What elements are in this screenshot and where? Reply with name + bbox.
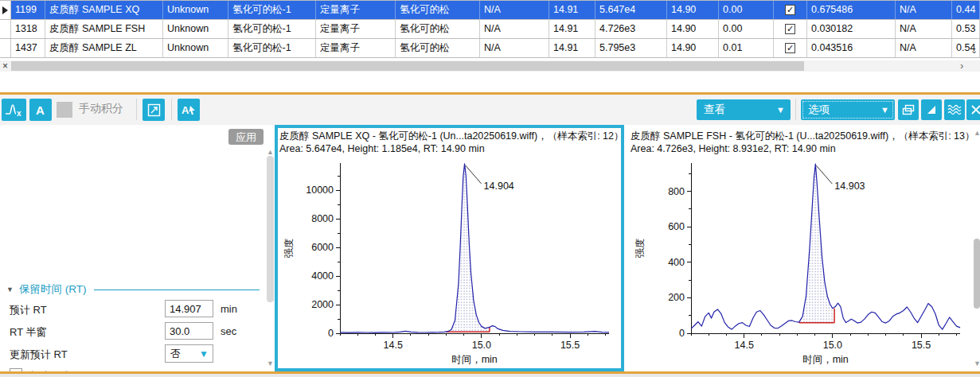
chevron-down-icon: ▼: [880, 99, 889, 120]
manual-integration-indicator: [57, 102, 72, 118]
table-cell[interactable]: 氢化可的松-1: [228, 20, 316, 38]
table-cell[interactable]: 1199: [11, 1, 45, 19]
peak-review-button[interactable]: A: [178, 99, 200, 121]
table-cell[interactable]: 0.00: [719, 1, 774, 19]
close-pane-button[interactable]: [966, 99, 980, 120]
hscroll-thumb[interactable]: [11, 61, 804, 71]
panel-scroll-down-icon[interactable]: ▼: [267, 360, 274, 367]
update-expected-rt-select[interactable]: 否▼: [165, 344, 213, 363]
chromatogram-plot-1[interactable]: 14.515.015.50200040006000800010000时间，min…: [279, 157, 615, 368]
row-scroll-hint-icon[interactable]: ⌄: [970, 45, 978, 56]
table-cell[interactable]: Unknown: [163, 39, 228, 57]
table-cell[interactable]: 14.91: [549, 20, 595, 38]
table-cell[interactable]: 氢化可的松-1: [228, 1, 316, 19]
used-checkbox[interactable]: ✓: [785, 24, 795, 34]
chromatogram-pane-2[interactable]: 皮质醇 SAMPLE FSH - 氢化可的松-1 (U...ta20250619…: [626, 125, 973, 371]
chromatogram-2-stats: Area: 4.726e3, Height: 8.931e2, RT: 14.9…: [631, 142, 973, 155]
window-scroll-up-icon[interactable]: ▲: [974, 129, 980, 137]
table-cell[interactable]: 定量离子: [316, 1, 396, 19]
table-cell[interactable]: Unknown: [163, 20, 228, 38]
row-selector-cell[interactable]: [0, 20, 11, 38]
table-cell[interactable]: 14.91: [549, 1, 595, 19]
chromatogram-plot-2[interactable]: 14.515.015.50200400600800时间，min强度14.903: [631, 157, 966, 368]
table-cell[interactable]: 1318: [11, 20, 45, 38]
section-title: 保留时间 (RT): [19, 282, 87, 297]
footer-strip: [0, 374, 980, 377]
apply-button[interactable]: 应用: [228, 129, 264, 145]
table-cell[interactable]: 14.90: [667, 39, 719, 57]
table-cell[interactable]: Unknown: [163, 1, 228, 19]
used-checkbox-cell[interactable]: ✓: [774, 1, 807, 19]
panel-scroll-up-icon[interactable]: ▲: [267, 148, 274, 156]
function-peak-button[interactable]: x: [2, 99, 26, 121]
table-cell[interactable]: N/A: [480, 39, 549, 57]
table-cell[interactable]: 14.90: [667, 1, 719, 19]
expected-rt-unit-label: min: [221, 303, 237, 315]
row-selector-cell[interactable]: [0, 1, 11, 19]
integration-parameters-panel: 应用 ▼ 保留时间 (RT) 预计 RTminRT 半窗sec更新预计 RT否▼…: [0, 125, 274, 371]
corner-resize-button[interactable]: [921, 99, 942, 120]
used-checkbox-cell[interactable]: ✓: [774, 39, 807, 57]
table-cell[interactable]: 5.795e3: [595, 39, 667, 57]
horizontal-scrollbar[interactable]: × ›: [0, 60, 980, 72]
table-cell[interactable]: 皮质醇 SAMPLE ZL: [45, 39, 163, 57]
options-dropdown[interactable]: 选项 ▼: [801, 99, 895, 120]
duplicate-window-button[interactable]: [898, 99, 919, 120]
svg-text:0: 0: [679, 328, 685, 339]
table-cell[interactable]: 定量离子: [316, 39, 396, 57]
table-cell[interactable]: 14.90: [667, 20, 719, 38]
hscroll-left-glyph[interactable]: ×: [2, 60, 8, 72]
smooth-waves-icon: [947, 103, 962, 116]
used-checkbox[interactable]: ✓: [785, 43, 795, 53]
window-scroll-down-icon[interactable]: ▼: [974, 360, 980, 367]
svg-text:强度: 强度: [283, 239, 295, 258]
used-checkbox[interactable]: ✓: [785, 5, 795, 15]
table-cell[interactable]: 4.726e3: [595, 20, 667, 38]
table-row[interactable]: 1199皮质醇 SAMPLE XQUnknown氢化可的松-1定量离子氢化可的松…: [0, 1, 980, 20]
table-cell[interactable]: 皮质醇 SAMPLE XQ: [45, 1, 163, 19]
window-scrollbar-thumb[interactable]: [974, 239, 980, 309]
peak-review-icon: A: [181, 103, 197, 117]
table-cell[interactable]: 1437: [11, 39, 45, 57]
table-row[interactable]: 1318皮质醇 SAMPLE FSHUnknown氢化可的松-1定量离子氢化可的…: [0, 20, 980, 39]
table-cell[interactable]: 14.91: [549, 39, 595, 57]
table-cell[interactable]: 定量离子: [316, 20, 396, 38]
view-dropdown-label: 查看: [704, 103, 725, 115]
expected-rt-input[interactable]: [165, 300, 213, 317]
table-cell[interactable]: 氢化可的松-1: [228, 39, 316, 57]
smooth-button[interactable]: [944, 99, 965, 120]
table-cell[interactable]: 0.675486: [807, 1, 896, 19]
table-cell[interactable]: 氢化可的松: [396, 39, 480, 57]
table-cell[interactable]: 0.44: [952, 1, 980, 19]
expand-button[interactable]: [143, 99, 165, 121]
table-cell[interactable]: 0.00: [719, 20, 774, 38]
update-expected-rt-row: 更新预计 RT否▼: [0, 344, 263, 363]
table-cell[interactable]: 0.53: [952, 20, 980, 38]
table-cell[interactable]: 0.030182: [807, 20, 896, 38]
table-cell[interactable]: 氢化可的松: [396, 1, 480, 19]
table-cell[interactable]: 氢化可的松: [396, 20, 480, 38]
table-cell[interactable]: 皮质醇 SAMPLE FSH: [45, 20, 163, 38]
used-checkbox-cell[interactable]: ✓: [774, 20, 807, 38]
svg-text:A: A: [36, 103, 45, 117]
hscroll-right-arrow-icon[interactable]: ›: [960, 60, 963, 72]
auto-peak-button[interactable]: A: [29, 99, 52, 121]
table-cell[interactable]: 5.647e4: [595, 1, 667, 19]
panel-scrollbar-thumb[interactable]: [267, 156, 274, 302]
row-selector-cell[interactable]: [0, 39, 11, 57]
view-dropdown[interactable]: 查看 ▼: [697, 99, 791, 120]
table-cell[interactable]: N/A: [896, 20, 952, 38]
table-cell[interactable]: 0.01: [719, 39, 774, 57]
rt-half-window-input[interactable]: [165, 322, 213, 340]
table-cell[interactable]: N/A: [896, 39, 952, 57]
table-cell[interactable]: N/A: [480, 1, 549, 19]
table-row[interactable]: 1437皮质醇 SAMPLE ZLUnknown氢化可的松-1定量离子氢化可的松…: [0, 39, 980, 58]
chromatogram-pane-1-selected[interactable]: 皮质醇 SAMPLE XQ - 氢化可的松-1 (Un...ta20250619…: [275, 125, 624, 371]
svg-text:x: x: [17, 109, 21, 117]
table-cell[interactable]: N/A: [896, 1, 952, 19]
table-cell[interactable]: 0.043516: [807, 39, 896, 57]
retention-time-section-header[interactable]: ▼ 保留时间 (RT): [6, 283, 260, 296]
table-cell[interactable]: N/A: [480, 20, 549, 38]
collapse-triangle-icon[interactable]: ▼: [6, 286, 14, 293]
update-expected-rt-label: 更新预计 RT: [10, 348, 68, 362]
